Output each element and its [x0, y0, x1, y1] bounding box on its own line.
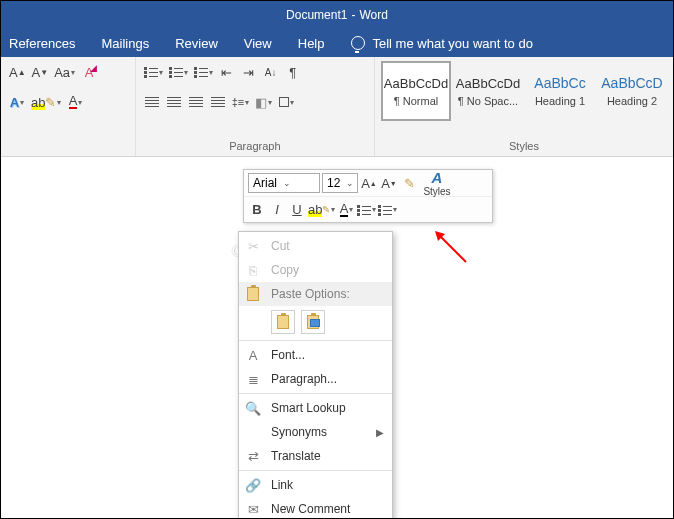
- translate-icon: ⇄: [245, 448, 261, 464]
- paste-picture-button[interactable]: [301, 310, 325, 334]
- bullets-icon: [357, 204, 371, 216]
- clear-formatting-button[interactable]: A◢: [79, 61, 99, 83]
- shading-button[interactable]: ◧▾: [253, 91, 274, 113]
- text-effects-button[interactable]: A▾: [7, 91, 27, 113]
- align-left-icon: [145, 97, 159, 107]
- tab-mailings[interactable]: Mailings: [101, 36, 149, 51]
- mini-toolbar: Arial⌄ 12⌄ A▲ A▼ ✎ A Styles B I U ab✎▾ A…: [243, 169, 493, 223]
- highlight-button[interactable]: ab✎▾: [29, 91, 63, 113]
- ribbon-tabs: References Mailings Review View Help Tel…: [1, 29, 673, 57]
- style-heading-2[interactable]: AaBbCcD Heading 2: [597, 61, 667, 121]
- mini-italic-button[interactable]: I: [268, 200, 286, 220]
- ctx-smart-lookup[interactable]: 🔍 Smart Lookup: [239, 396, 392, 420]
- paste-icon: [245, 286, 261, 302]
- copy-icon: ⎘: [245, 262, 261, 278]
- sort-button[interactable]: A↓: [261, 61, 281, 83]
- mini-highlight-button[interactable]: ab✎▾: [308, 200, 335, 220]
- title-bar: Document1 - Word: [1, 1, 673, 29]
- numbering-button[interactable]: ▾: [167, 61, 190, 83]
- ribbon-group-font: A▲ A▼ Aa▾ A◢ A▾ ab✎▾ A▾: [1, 57, 136, 156]
- tab-view[interactable]: View: [244, 36, 272, 51]
- mini-font-family-select[interactable]: Arial⌄: [248, 173, 320, 193]
- separator: [239, 340, 392, 341]
- style-gallery: AaBbCcDd ¶ Normal AaBbCcDd ¶ No Spac... …: [381, 61, 667, 121]
- tell-me-search[interactable]: Tell me what you want to do: [351, 36, 533, 51]
- submenu-arrow-icon: ▶: [376, 427, 384, 438]
- cut-icon: ✂: [245, 238, 261, 254]
- font-icon: A: [245, 347, 261, 363]
- decrease-indent-button[interactable]: ⇤: [217, 61, 237, 83]
- separator: [239, 393, 392, 394]
- document-name: Document1: [286, 8, 347, 22]
- mini-bold-button[interactable]: B: [248, 200, 266, 220]
- style-no-spacing[interactable]: AaBbCcDd ¶ No Spac...: [453, 61, 523, 121]
- smart-lookup-icon: 🔍: [245, 400, 261, 416]
- ctx-copy: ⎘ Copy: [239, 258, 392, 282]
- ctx-synonyms[interactable]: Synonyms ▶: [239, 420, 392, 444]
- bullets-icon: [144, 66, 158, 78]
- mini-font-size-select[interactable]: 12⌄: [322, 173, 358, 193]
- change-case-button[interactable]: Aa▾: [52, 61, 77, 83]
- ctx-link[interactable]: 🔗 Link: [239, 473, 392, 497]
- mini-shrink-font-button[interactable]: A▼: [380, 173, 398, 193]
- styles-icon: A: [432, 169, 443, 186]
- mini-font-color-button[interactable]: A▾: [337, 200, 355, 220]
- ribbon-group-styles: AaBbCcDd ¶ Normal AaBbCcDd ¶ No Spac... …: [375, 57, 673, 156]
- multilevel-icon: [194, 66, 208, 78]
- grow-font-button[interactable]: A▲: [7, 61, 28, 83]
- align-center-button[interactable]: [164, 91, 184, 113]
- app-name: Word: [359, 8, 387, 22]
- mini-styles-button[interactable]: A Styles: [420, 169, 454, 197]
- lightbulb-icon: [351, 36, 365, 50]
- ctx-translate[interactable]: ⇄ Translate: [239, 444, 392, 468]
- context-menu: ✂ Cut ⎘ Copy Paste Options: A Font... ≣ …: [238, 231, 393, 519]
- tab-references[interactable]: References: [9, 36, 75, 51]
- paste-keep-source-button[interactable]: [271, 310, 295, 334]
- ctx-paragraph[interactable]: ≣ Paragraph...: [239, 367, 392, 391]
- mini-bullets-button[interactable]: ▾: [357, 200, 376, 220]
- line-spacing-button[interactable]: ‡≡▾: [230, 91, 252, 113]
- paste-options-row: [239, 306, 392, 338]
- justify-icon: [211, 97, 225, 107]
- tab-review[interactable]: Review: [175, 36, 218, 51]
- align-center-icon: [167, 97, 181, 107]
- borders-button[interactable]: ▾: [276, 91, 296, 113]
- ribbon: A▲ A▼ Aa▾ A◢ A▾ ab✎▾ A▾ ▾ ▾ ▾ ⇤ ⇥ A↓ ¶: [1, 57, 673, 157]
- blank-icon: [245, 424, 261, 440]
- ribbon-group-paragraph: ▾ ▾ ▾ ⇤ ⇥ A↓ ¶ ‡≡▾ ◧▾ ▾ Paragraph: [136, 57, 375, 156]
- ctx-paste-options-header: Paste Options:: [239, 282, 392, 306]
- link-icon: 🔗: [245, 477, 261, 493]
- justify-button[interactable]: [208, 91, 228, 113]
- tell-me-label: Tell me what you want to do: [373, 36, 533, 51]
- align-left-button[interactable]: [142, 91, 162, 113]
- align-right-button[interactable]: [186, 91, 206, 113]
- tab-help[interactable]: Help: [298, 36, 325, 51]
- bullets-button[interactable]: ▾: [142, 61, 165, 83]
- numbering-icon: [378, 204, 392, 216]
- clipboard-picture-icon: [307, 315, 319, 329]
- paragraph-icon: ≣: [245, 371, 261, 387]
- show-hide-marks-button[interactable]: ¶: [283, 61, 303, 83]
- mini-numbering-button[interactable]: ▾: [378, 200, 397, 220]
- styles-group-label: Styles: [381, 138, 667, 154]
- title-separator: -: [351, 8, 355, 22]
- font-color-button[interactable]: A▾: [65, 91, 85, 113]
- style-heading-1[interactable]: AaBbCc Heading 1: [525, 61, 595, 121]
- paragraph-group-label: Paragraph: [142, 138, 368, 154]
- numbering-icon: [169, 66, 183, 78]
- ctx-new-comment[interactable]: ✉ New Comment: [239, 497, 392, 519]
- increase-indent-button[interactable]: ⇥: [239, 61, 259, 83]
- align-right-icon: [189, 97, 203, 107]
- mini-underline-button[interactable]: U: [288, 200, 306, 220]
- comment-icon: ✉: [245, 501, 261, 517]
- shrink-font-button[interactable]: A▼: [30, 61, 51, 83]
- mini-grow-font-button[interactable]: A▲: [360, 173, 378, 193]
- multilevel-list-button[interactable]: ▾: [192, 61, 215, 83]
- mini-format-painter-button[interactable]: ✎: [400, 173, 418, 193]
- style-normal[interactable]: AaBbCcDd ¶ Normal: [381, 61, 451, 121]
- separator: [239, 470, 392, 471]
- clipboard-icon: [277, 315, 289, 329]
- ctx-font[interactable]: A Font...: [239, 343, 392, 367]
- font-group-label: [7, 138, 129, 154]
- ctx-cut: ✂ Cut: [239, 234, 392, 258]
